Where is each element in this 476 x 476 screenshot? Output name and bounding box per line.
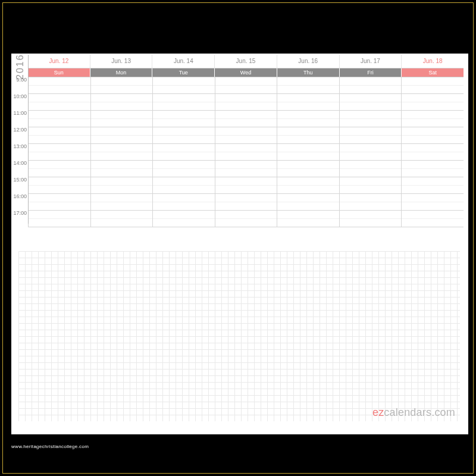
time-slot[interactable] [90,94,153,110]
hour-row: 12:00 [28,127,464,144]
left-rule [28,55,29,224]
hour-label: 17:00 [12,210,27,216]
time-slot[interactable] [277,211,339,227]
time-slot[interactable] [401,211,464,227]
time-slot[interactable] [152,144,215,160]
time-slot[interactable] [28,161,90,177]
date-header-row: Jun. 12Jun. 13Jun. 14Jun. 15Jun. 16Jun. … [28,55,464,68]
hour-row: 14:00 [28,161,464,177]
time-slot[interactable] [277,177,339,193]
brand-accent: ez [372,406,384,418]
time-slot[interactable] [28,127,90,143]
time-slot[interactable] [28,194,90,210]
schedule: Jun. 12Jun. 13Jun. 14Jun. 15Jun. 16Jun. … [28,55,464,227]
time-slot[interactable] [215,144,277,160]
time-slot[interactable] [90,177,153,193]
hour-row: 9:00 [28,77,464,94]
day-header-row: SunMonTueWedThuFriSat [28,68,464,77]
time-slot[interactable] [401,161,464,177]
time-slot[interactable] [215,194,277,210]
time-slot[interactable] [339,177,402,193]
time-slot[interactable] [90,77,153,93]
time-slot[interactable] [277,127,339,143]
day-header: Wed [214,68,277,77]
time-slot[interactable] [277,111,339,127]
time-slot[interactable] [28,94,90,110]
hour-label: 12:00 [12,127,27,133]
time-slot[interactable] [401,177,464,193]
hour-label: 15:00 [12,177,27,183]
time-slot[interactable] [277,144,339,160]
time-slot[interactable] [339,127,402,143]
hour-grid: 9:0010:0011:0012:0013:0014:0015:0016:001… [28,77,464,227]
time-slot[interactable] [28,77,90,93]
time-slot[interactable] [339,111,402,127]
hour-row: 17:00 [28,211,464,227]
time-slot[interactable] [90,161,153,177]
hour-row: 15:00 [28,177,464,194]
time-slot[interactable] [90,127,153,143]
time-slot[interactable] [28,177,90,193]
date-header: Jun. 13 [90,55,152,68]
date-header: Jun. 18 [401,55,464,68]
time-slot[interactable] [215,94,277,110]
page: 2016 Jun. 12Jun. 13Jun. 14Jun. 15Jun. 16… [11,54,468,434]
time-slot[interactable] [401,111,464,127]
time-slot[interactable] [215,111,277,127]
time-slot[interactable] [152,161,215,177]
brand-rest: calendars.com [384,406,455,418]
time-slot[interactable] [28,144,90,160]
time-slot[interactable] [339,77,402,93]
time-slot[interactable] [277,161,339,177]
time-slot[interactable] [152,111,215,127]
time-slot[interactable] [215,127,277,143]
day-header: Sun [28,68,90,77]
time-slot[interactable] [90,194,153,210]
date-header: Jun. 17 [339,55,402,68]
time-slot[interactable] [152,77,215,93]
time-slot[interactable] [215,211,277,227]
hour-label: 11:00 [12,110,27,116]
outer-frame: 2016 Jun. 12Jun. 13Jun. 14Jun. 15Jun. 16… [2,2,474,474]
time-slot[interactable] [277,194,339,210]
time-slot[interactable] [401,144,464,160]
time-slot[interactable] [339,94,402,110]
time-slot[interactable] [277,94,339,110]
time-slot[interactable] [339,144,402,160]
time-slot[interactable] [28,211,90,227]
time-slot[interactable] [401,194,464,210]
time-slot[interactable] [401,77,464,93]
time-slot[interactable] [339,211,402,227]
hour-label: 10:00 [12,93,27,99]
time-slot[interactable] [152,94,215,110]
day-header: Fri [339,68,402,77]
time-slot[interactable] [152,211,215,227]
time-slot[interactable] [152,194,215,210]
day-header: Tue [152,68,214,77]
time-slot[interactable] [28,111,90,127]
hour-row: 16:00 [28,194,464,211]
source-watermark: www.heritagechristiancollege.com [11,444,89,449]
time-slot[interactable] [90,111,153,127]
time-slot[interactable] [401,127,464,143]
date-header: Jun. 14 [152,55,214,68]
time-slot[interactable] [339,194,402,210]
time-slot[interactable] [90,211,153,227]
day-header: Sat [401,68,464,77]
time-slot[interactable] [152,177,215,193]
time-slot[interactable] [215,177,277,193]
hour-row: 10:00 [28,94,464,111]
time-slot[interactable] [152,127,215,143]
date-header: Jun. 12 [28,55,90,68]
hour-label: 14:00 [12,160,27,166]
hour-label: 13:00 [12,143,27,149]
notes-grid [18,251,460,421]
time-slot[interactable] [215,161,277,177]
date-header: Jun. 15 [214,55,277,68]
time-slot[interactable] [90,144,153,160]
time-slot[interactable] [339,161,402,177]
time-slot[interactable] [401,94,464,110]
time-slot[interactable] [215,77,277,93]
hour-row: 13:00 [28,144,464,161]
time-slot[interactable] [277,77,339,93]
